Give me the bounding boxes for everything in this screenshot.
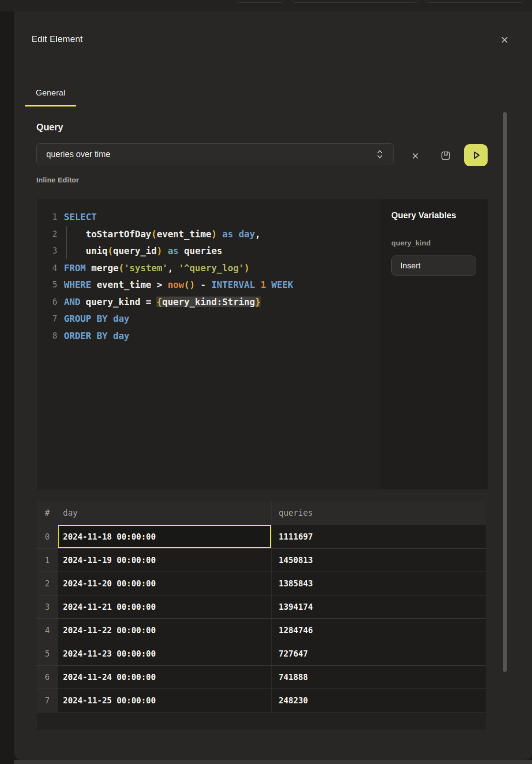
inline-editor: 12345678 SELECT toStartOfDay(event_time)… [37,199,488,489]
clear-icon [412,152,419,159]
day-cell[interactable]: 2024-11-20 00:00:00 [58,572,271,595]
query-variables-panel: Query Variables query_kind Insert [380,199,488,489]
results-table-body: 02024-11-18 00:00:00111169712024-11-19 0… [37,525,486,712]
column-header-day[interactable]: day [58,501,271,525]
query-select[interactable]: queries over time [36,143,394,165]
line-number: 1 [37,209,57,226]
table-row[interactable]: 12024-11-19 00:00:001450813 [37,548,486,572]
row-index-cell: 6 [37,666,58,689]
code-line[interactable]: ORDER BY day [64,328,293,345]
indent-guide [66,226,67,259]
code-line[interactable]: FROM merge('system', '^query_log') [64,260,293,277]
code-line[interactable]: GROUP BY day [64,310,293,328]
close-icon [501,36,508,43]
day-cell[interactable]: 2024-11-22 00:00:00 [58,619,271,642]
background-topbar [0,0,532,11]
line-number: 4 [37,260,57,277]
scrollbar-thumb[interactable] [503,112,507,672]
query-variables-title: Query Variables [391,211,456,221]
day-cell[interactable]: 2024-11-24 00:00:00 [58,666,271,689]
day-cell[interactable]: 2024-11-25 00:00:00 [58,689,271,712]
queries-cell[interactable]: 727647 [271,642,486,665]
line-number: 5 [37,276,57,294]
variable-name-label: query_kind [391,239,431,247]
row-index-cell: 1 [37,549,58,572]
day-cell[interactable]: 2024-11-19 00:00:00 [58,549,271,572]
code-line[interactable]: SELECT [64,209,293,226]
tab-general[interactable]: General [25,82,76,106]
background-strip [14,760,532,764]
queries-cell[interactable]: 1450813 [271,549,486,572]
insert-variable-button[interactable]: Insert [391,255,476,276]
editor-gutter: 12345678 [37,209,57,344]
table-row[interactable]: 42024-11-22 00:00:001284746 [37,618,486,642]
column-header-index[interactable]: # [37,501,58,525]
line-number: 2 [37,226,57,243]
queries-cell[interactable]: 248230 [271,689,486,712]
code-line[interactable]: toStartOfDay(event_time) as day, [64,226,293,243]
day-cell[interactable]: 2024-11-21 00:00:00 [58,595,271,618]
results-table-footer [37,712,486,730]
table-row[interactable]: 52024-11-23 00:00:00727647 [37,642,486,665]
line-number: 8 [37,328,57,345]
queries-cell[interactable]: 1394174 [271,595,486,618]
code-line[interactable]: WHERE event_time > now() - INTERVAL 1 WE… [64,276,293,294]
day-cell[interactable]: 2024-11-18 00:00:00 [58,525,271,548]
row-index-cell: 3 [37,595,58,618]
day-cell[interactable]: 2024-11-23 00:00:00 [58,642,271,665]
select-chevrons-icon [376,149,384,159]
code-line[interactable]: AND query_kind = {query_kind:String} [64,294,293,311]
save-icon [440,150,451,161]
background-button [236,0,284,3]
code-editor[interactable]: 12345678 SELECT toStartOfDay(event_time)… [37,199,380,489]
row-index-cell: 0 [37,525,58,548]
results-table: # day queries 02024-11-18 00:00:00111169… [37,501,486,730]
line-number: 3 [37,243,57,260]
background-button [425,0,524,3]
queries-cell[interactable]: 1111697 [271,525,486,548]
background-button [292,0,418,3]
query-section-heading: Query [36,122,63,133]
line-number: 6 [37,294,57,311]
column-header-queries[interactable]: queries [271,501,486,525]
row-index-cell: 5 [37,642,58,665]
results-table-header: # day queries [37,501,486,525]
row-index-cell: 7 [37,689,58,712]
queries-cell[interactable]: 741888 [271,666,486,689]
table-row[interactable]: 72024-11-25 00:00:00248230 [37,689,486,712]
query-select-value: queries over time [46,149,376,159]
close-button[interactable] [499,34,510,45]
editor-code[interactable]: SELECT toStartOfDay(event_time) as day, … [64,209,293,344]
row-index-cell: 2 [37,572,58,595]
divider [14,68,532,68]
save-query-button[interactable] [440,150,451,161]
clear-query-button[interactable] [411,151,419,160]
row-index-cell: 4 [37,619,58,642]
queries-cell[interactable]: 1284746 [271,619,486,642]
inline-editor-label: Inline Editor [36,176,79,184]
code-line[interactable]: uniq(query_id) as queries [64,243,293,260]
run-query-button[interactable] [464,144,488,166]
table-row[interactable]: 22024-11-20 00:00:001385843 [37,572,486,595]
dialog-title: Edit Element [31,34,83,44]
table-row[interactable]: 62024-11-24 00:00:00741888 [37,665,486,689]
queries-cell[interactable]: 1385843 [271,572,486,595]
line-number: 7 [37,310,57,328]
table-row[interactable]: 02024-11-18 00:00:001111697 [37,525,486,548]
play-icon [470,149,482,161]
table-row[interactable]: 32024-11-21 00:00:001394174 [37,595,486,618]
